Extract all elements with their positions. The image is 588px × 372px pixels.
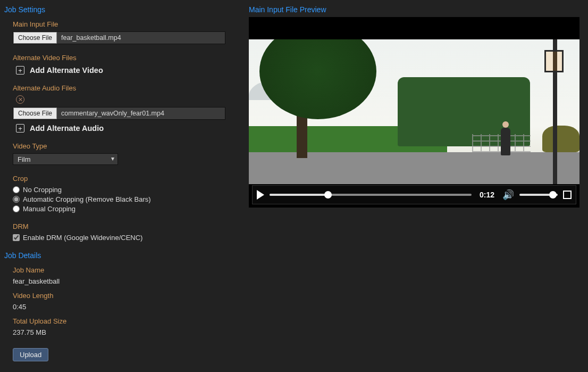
seek-thumb[interactable] [324,191,332,199]
preview-title: Main Input File Preview [249,5,584,14]
add-alt-audio-button[interactable]: + Add Alternate Audio [16,124,245,133]
video-type-selected: Film [18,155,31,163]
alt-video-label: Alternate Video Files [13,54,245,62]
crop-manual-radio[interactable] [13,205,20,212]
add-alt-video-text: Add Alternate Video [30,66,103,75]
main-input-filename: fear_basketball.mp4 [57,32,225,44]
job-details-title: Job Details [4,251,245,260]
play-icon[interactable] [257,190,264,200]
crop-auto-radio[interactable] [13,196,20,203]
video-type-label: Video Type [13,142,245,150]
crop-manual-text: Manual Cropping [23,205,75,213]
main-input-label: Main Input File [13,20,245,28]
seek-fill [270,194,326,196]
crop-none-text: No Cropping [23,186,62,194]
drm-text: Enable DRM (Google Widevine/CENC) [23,234,142,242]
volume-thumb[interactable] [549,191,557,199]
video-frame-image [249,39,579,184]
total-upload-label: Total Upload Size [13,317,245,325]
plus-icon: + [16,66,24,75]
remove-alt-audio-icon[interactable]: ✕ [16,95,24,104]
add-alt-audio-text: Add Alternate Audio [30,124,104,133]
video-type-select[interactable]: Film [13,153,118,165]
upload-button[interactable]: Upload [13,348,48,361]
alt-audio-label: Alternate Audio Files [13,84,245,92]
choose-file-button[interactable]: Choose File [13,32,57,44]
volume-icon[interactable]: 🔊 [502,189,514,201]
volume-bar[interactable] [519,194,558,196]
add-alt-video-button[interactable]: + Add Alternate Video [16,66,245,75]
current-time: 0:12 [477,191,497,199]
job-name-label: Job Name [13,266,245,274]
choose-file-button-audio[interactable]: Choose File [13,108,57,119]
video-length-label: Video Length [13,292,245,300]
crop-auto-text: Automatic Cropping (Remove Black Bars) [23,195,151,203]
seek-bar[interactable] [270,194,472,196]
video-length-value: 0:45 [13,303,245,311]
crop-manual-row[interactable]: Manual Cropping [13,205,245,213]
drm-checkbox-row[interactable]: Enable DRM (Google Widevine/CENC) [13,234,245,242]
crop-none-row[interactable]: No Cropping [13,186,245,194]
video-preview: 0:12 🔊 [249,17,579,208]
crop-none-radio[interactable] [13,186,20,193]
drm-checkbox[interactable] [13,234,20,241]
crop-auto-row[interactable]: Automatic Cropping (Remove Black Bars) [13,195,245,203]
plus-icon: + [16,124,24,133]
job-settings-title: Job Settings [4,5,245,14]
main-input-file-field: Choose File fear_basketball.mp4 [13,31,225,44]
total-upload-value: 237.75 MB [13,328,245,336]
fullscreen-icon[interactable] [563,191,572,199]
video-controls: 0:12 🔊 [252,185,576,204]
drm-label: DRM [13,222,245,230]
alt-audio-filename: commentary_wavOnly_fear01.mp4 [57,108,225,119]
crop-label: Crop [13,175,245,183]
job-name-value: fear_basketball [13,277,245,285]
alt-audio-file-field: Choose File commentary_wavOnly_fear01.mp… [13,107,225,120]
